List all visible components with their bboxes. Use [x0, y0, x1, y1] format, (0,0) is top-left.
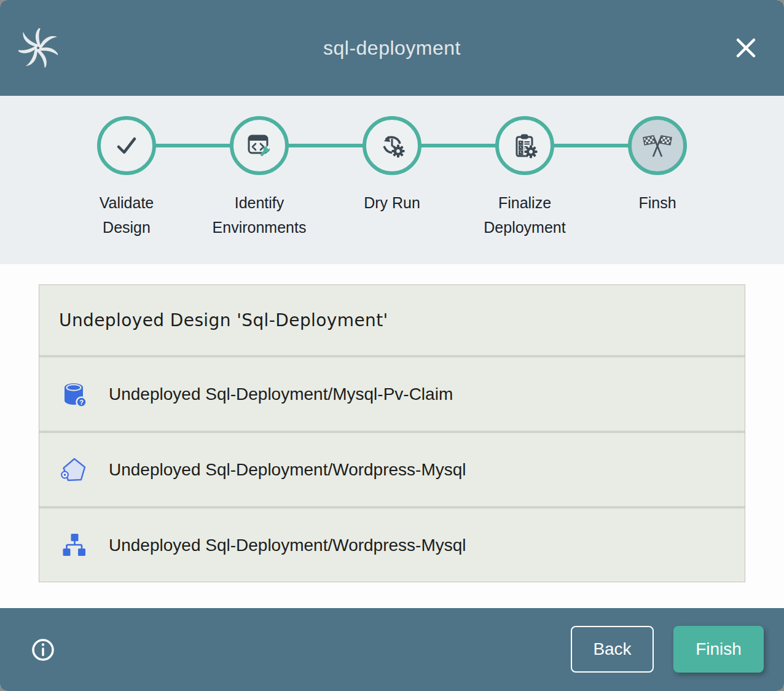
- step-circle-finish[interactable]: [628, 116, 687, 175]
- svg-text:?: ?: [79, 398, 84, 405]
- step-circle-validate-design[interactable]: [97, 116, 156, 175]
- pentagon-component-icon: [59, 455, 88, 485]
- status-row-text: Undeployed Sql-Deployment/Wordpress-Mysq…: [109, 536, 466, 555]
- hierarchy-icon: [59, 531, 88, 560]
- step-dry-run: Dry Run: [326, 116, 458, 240]
- status-heading-row: Undeployed Design 'Sql-Deployment': [39, 285, 745, 357]
- check-icon: [112, 131, 141, 160]
- status-heading-text: Undeployed Design 'Sql-Deployment': [59, 310, 388, 330]
- back-button[interactable]: Back: [571, 626, 654, 673]
- stepper-section: Validate Design Identify En: [0, 96, 784, 264]
- step-identify-environments: Identify Environments: [193, 116, 326, 240]
- modal-title: sql-deployment: [323, 37, 461, 60]
- step-label: Validate Design: [76, 190, 178, 240]
- status-row-text: Undeployed Sql-Deployment/Wordpress-Mysq…: [109, 460, 466, 480]
- deployment-status-list: Undeployed Design 'Sql-Deployment' ? Und…: [39, 284, 745, 582]
- meshery-logo-icon: [18, 28, 58, 68]
- step-label: Dry Run: [364, 190, 420, 215]
- step-circle-identify-environments[interactable]: [230, 116, 289, 175]
- finish-button[interactable]: Finish: [673, 626, 764, 673]
- status-row-mysql-pv-claim: ? Undeployed Sql-Deployment/Mysql-Pv-Cla…: [39, 357, 745, 433]
- results-section: Undeployed Design 'Sql-Deployment' ? Und…: [0, 264, 784, 608]
- step-finalize-deployment: Finalize Deployment: [458, 116, 591, 240]
- step-circle-dry-run[interactable]: [363, 116, 421, 175]
- status-row-wordpress-mysql-component: Undeployed Sql-Deployment/Wordpress-Mysq…: [39, 433, 745, 509]
- database-question-icon: ?: [59, 380, 88, 409]
- step-label: Identify Environments: [209, 190, 310, 240]
- clipboard-gear-icon: [510, 131, 539, 160]
- step-validate-design: Validate Design: [60, 116, 193, 240]
- step-circle-finalize-deployment[interactable]: [495, 116, 554, 175]
- stepper: Validate Design Identify En: [60, 116, 724, 240]
- status-row-text: Undeployed Sql-Deployment/Mysql-Pv-Claim: [109, 385, 453, 404]
- code-window-wrench-icon: [245, 131, 274, 160]
- step-finish: Finsh: [591, 116, 724, 240]
- status-row-wordpress-mysql-hierarchy: Undeployed Sql-Deployment/Wordpress-Mysq…: [39, 509, 745, 582]
- info-icon: [31, 638, 55, 662]
- modal-footer: Back Finish: [0, 608, 784, 691]
- info-button[interactable]: [31, 638, 55, 662]
- close-button[interactable]: [731, 33, 761, 63]
- step-label: Finsh: [638, 190, 676, 215]
- footer-actions: Back Finish: [571, 626, 764, 673]
- checkered-flags-icon: [643, 131, 672, 160]
- close-icon: [731, 33, 761, 63]
- step-label: Finalize Deployment: [474, 190, 576, 240]
- history-gear-icon: [377, 131, 407, 160]
- deployment-wizard-modal: sql-deployment Validate Design: [0, 0, 784, 691]
- modal-header: sql-deployment: [0, 0, 784, 96]
